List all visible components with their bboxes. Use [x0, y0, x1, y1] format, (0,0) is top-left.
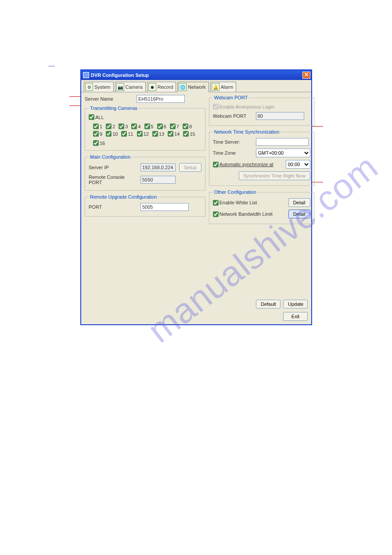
cam-6[interactable]: 6 [157, 123, 166, 129]
tab-record[interactable]: ⏺Record [147, 82, 176, 92]
close-button[interactable]: ✕ [302, 72, 310, 79]
webcam-port-group: Webcam PORT Enable Anonymous Login Webca… [209, 95, 314, 126]
footer-buttons: Default Update [81, 297, 311, 311]
exit-button[interactable]: Exit [283, 312, 308, 321]
tab-system[interactable]: ⚙System [84, 82, 114, 92]
system-icon: ⚙ [85, 83, 93, 91]
server-name-input[interactable] [137, 95, 185, 103]
webcam-port-input [256, 112, 304, 120]
ntp-group: Network Time Synchronization Time Server… [209, 129, 314, 186]
setup-button: Setup [179, 163, 201, 172]
other-config-group: Other Configuration Enable White List De… [209, 189, 314, 224]
tab-row: ⚙System 📷Camera ⏺Record 🌐Network 🔔Alarm [81, 80, 311, 92]
webcam-port-label: Webcam PORT [213, 113, 252, 119]
time-zone-select[interactable]: GMT+00:00 [256, 149, 310, 157]
auto-sync-checkbox[interactable]: Automatic synchronize at [213, 162, 273, 167]
app-icon [83, 72, 89, 78]
sync-now-button: Synchronize Time Right Now [239, 171, 310, 180]
tab-network[interactable]: 🌐Network [177, 82, 209, 92]
default-button[interactable]: Default [256, 300, 281, 308]
spacer [81, 231, 311, 297]
cam-12[interactable]: 12 [137, 131, 149, 137]
cam-7[interactable]: 7 [170, 123, 179, 129]
auto-sync-time-select[interactable]: 00:00 [286, 160, 310, 169]
cam-3[interactable]: 3 [119, 123, 128, 129]
cam-14[interactable]: 14 [168, 131, 180, 137]
camera-row-1: 1 2 3 4 5 6 7 8 [89, 123, 201, 129]
dialog-body: Server Name Transmitting Cameras ALL 1 2… [81, 92, 311, 231]
titlebar: DVR Configuration Setup ✕ [81, 70, 311, 80]
main-config-group: Main Configuration Server IP Setup Remot… [85, 154, 205, 191]
all-checkbox[interactable]: ALL [89, 114, 104, 120]
time-zone-label: Time Zone [213, 150, 252, 156]
footer-exit-row: Exit [81, 311, 311, 324]
remote-console-label: Remote Console PORT [89, 174, 137, 185]
left-column: Server Name Transmitting Cameras ALL 1 2… [85, 95, 205, 228]
server-name-row: Server Name [85, 95, 205, 103]
cam-5[interactable]: 5 [144, 123, 154, 129]
cam-11[interactable]: 11 [121, 131, 133, 137]
bandwidth-detail-button[interactable]: Detail [288, 210, 310, 218]
cam-10[interactable]: 10 [106, 131, 118, 137]
top-underline [48, 66, 55, 66]
transmitting-cameras-legend: Transmitting Cameras [89, 105, 139, 111]
camera-row-2: 9 10 11 12 13 14 15 16 [89, 131, 201, 146]
transmitting-cameras-group: Transmitting Cameras ALL 1 2 3 4 5 6 7 8… [85, 105, 205, 151]
cam-16[interactable]: 16 [93, 140, 105, 146]
cam-4[interactable]: 4 [131, 123, 140, 129]
white-list-detail-button[interactable]: Detail [288, 198, 310, 207]
alarm-icon: 🔔 [212, 83, 219, 91]
main-config-legend: Main Configuration [89, 154, 132, 160]
tab-camera[interactable]: 📷Camera [115, 82, 146, 92]
record-icon: ⏺ [148, 83, 156, 91]
cam-2[interactable]: 2 [106, 123, 115, 129]
network-icon: 🌐 [179, 83, 187, 91]
server-ip-input [140, 163, 176, 171]
window-title: DVR Configuration Setup [91, 73, 302, 78]
cam-1[interactable]: 1 [93, 123, 102, 129]
time-server-input[interactable] [256, 138, 309, 146]
ntp-legend: Network Time Synchronization [213, 129, 281, 134]
cam-13[interactable]: 13 [152, 131, 164, 137]
anon-login-checkbox: Enable Anonymous Login [213, 104, 274, 109]
other-config-legend: Other Configuration [213, 189, 258, 195]
camera-icon: 📷 [116, 83, 124, 91]
server-name-label: Server Name [85, 96, 133, 102]
bandwidth-checkbox[interactable]: Network Bandwidth Limit [213, 211, 273, 217]
remote-console-input [140, 176, 176, 184]
server-ip-label: Server IP [89, 165, 137, 170]
cam-8[interactable]: 8 [183, 123, 192, 129]
update-button[interactable]: Update [283, 300, 308, 308]
dvr-config-window: DVR Configuration Setup ✕ ⚙System 📷Camer… [80, 69, 312, 325]
remote-upgrade-group: Remote Upgrade Configuration PORT [85, 194, 205, 217]
right-column: Webcam PORT Enable Anonymous Login Webca… [209, 95, 314, 228]
remote-upgrade-legend: Remote Upgrade Configuration [89, 194, 158, 200]
port-input[interactable] [140, 203, 189, 211]
cam-9[interactable]: 9 [93, 131, 102, 137]
white-list-checkbox[interactable]: Enable White List [213, 200, 257, 206]
port-label: PORT [89, 204, 137, 210]
tab-alarm[interactable]: 🔔Alarm [210, 82, 237, 92]
webcam-port-legend: Webcam PORT [213, 95, 249, 100]
cam-15[interactable]: 15 [183, 131, 195, 137]
time-server-label: Time Server: [213, 139, 252, 145]
